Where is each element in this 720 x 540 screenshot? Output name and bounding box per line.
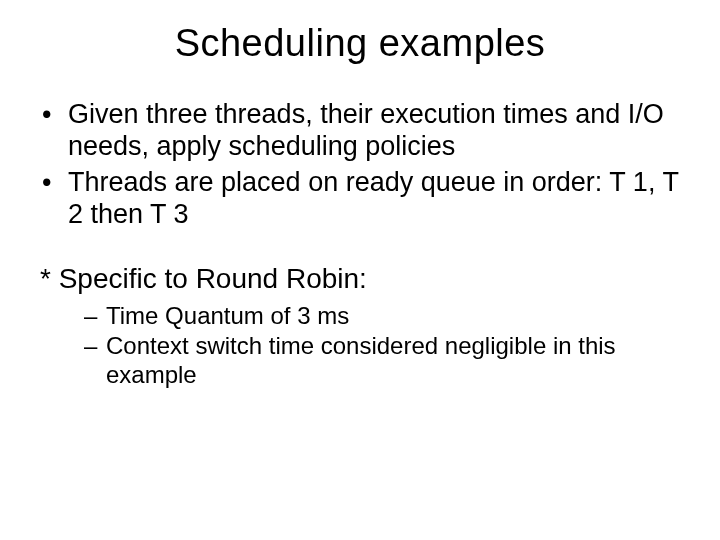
list-item: Time Quantum of 3 ms — [84, 302, 682, 330]
note-heading: * Specific to Round Robin: — [40, 262, 682, 296]
slide: Scheduling examples Given three threads,… — [0, 0, 720, 540]
slide-title: Scheduling examples — [0, 0, 720, 75]
list-item: Threads are placed on ready queue in ord… — [38, 167, 682, 231]
list-item: Context switch time considered negligibl… — [84, 332, 682, 389]
note-section: * Specific to Round Robin: Time Quantum … — [38, 262, 682, 389]
sub-bullet-list: Time Quantum of 3 ms Context switch time… — [40, 302, 682, 389]
list-item: Given three threads, their execution tim… — [38, 99, 682, 163]
bullet-list: Given three threads, their execution tim… — [38, 99, 682, 230]
slide-body: Given three threads, their execution tim… — [0, 75, 720, 389]
